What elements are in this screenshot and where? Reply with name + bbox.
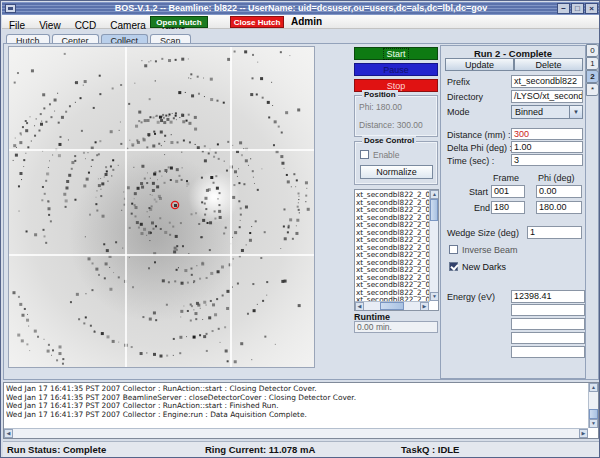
enable-label: Enable bbox=[373, 150, 399, 160]
start-row-label: Start bbox=[469, 186, 488, 198]
run-number-tab[interactable]: 0 bbox=[586, 44, 599, 57]
update-button[interactable]: Update bbox=[445, 58, 514, 71]
energy-label: Energy (eV) bbox=[447, 291, 495, 303]
close-button-icon[interactable]: × bbox=[585, 3, 598, 14]
time-label: Time (sec) : bbox=[447, 155, 494, 167]
end-row-label: End bbox=[474, 202, 490, 214]
energy-extra-field[interactable] bbox=[511, 304, 585, 316]
inverse-beam-checkbox[interactable] bbox=[449, 245, 458, 254]
scroll-down-icon[interactable]: ▼ bbox=[589, 419, 598, 428]
window-controls: − □ × bbox=[557, 3, 598, 14]
maximize-button-icon[interactable]: □ bbox=[571, 3, 584, 14]
enable-checkbox[interactable] bbox=[360, 150, 369, 159]
directory-label: Directory bbox=[447, 91, 483, 103]
energy-field[interactable]: 12398.41 bbox=[511, 290, 585, 303]
run-number-tab[interactable]: * bbox=[586, 83, 599, 96]
time-field[interactable]: 3 bbox=[511, 154, 583, 166]
log-line: Wed Jan 17 16:41:37 PST 2007 Collector :… bbox=[6, 411, 586, 420]
dose-control-group: Dose Control Enable Normalize bbox=[354, 141, 438, 185]
log-lines: Wed Jan 17 16:41:35 PST 2007 Collector :… bbox=[6, 385, 586, 427]
pause-button[interactable]: Pause bbox=[354, 63, 438, 76]
prefix-label: Prefix bbox=[447, 76, 470, 88]
main-tab-bar: HutchCenterCollectScan bbox=[2, 29, 600, 43]
distance-field[interactable]: 300 bbox=[511, 128, 583, 140]
status-bar: Run Status: Complete Ring Current: 11.07… bbox=[3, 441, 599, 457]
directory-field[interactable]: /LYSO/xt_secondbl bbox=[511, 90, 583, 103]
diffraction-image[interactable] bbox=[9, 47, 314, 367]
delete-button[interactable]: Delete bbox=[514, 58, 583, 71]
application-window: BOS-V.1.2 -- Beamline: bl822 -- UserName… bbox=[0, 0, 600, 458]
open-hutch-button[interactable]: Open Hutch bbox=[150, 16, 208, 28]
scrollbar-track bbox=[404, 302, 420, 310]
scroll-left-icon[interactable]: ◀ bbox=[355, 302, 364, 311]
title-bar[interactable]: BOS-V.1.2 -- Beamline: bl822 -- UserName… bbox=[2, 2, 600, 15]
taskq-text: TaskQ : IDLE bbox=[401, 442, 459, 457]
window-icon bbox=[5, 4, 16, 13]
ring-current-text: Ring Current: 11.078 mA bbox=[205, 442, 315, 457]
new-darks-checkbox[interactable] bbox=[449, 262, 458, 271]
run-number-tab[interactable]: 2 bbox=[586, 70, 599, 83]
scroll-right-icon[interactable]: ▶ bbox=[579, 429, 588, 438]
end-frame-field[interactable]: 180 bbox=[491, 201, 525, 214]
prefix-field[interactable]: xt_secondbl822 bbox=[511, 75, 583, 88]
distance-readout: Distance: 300.00 bbox=[359, 120, 423, 130]
start-frame-field[interactable]: 001 bbox=[491, 185, 525, 198]
frame-column-header: Frame bbox=[493, 172, 519, 184]
log-horizontal-scrollbar[interactable]: ◀ ▶ bbox=[4, 428, 588, 438]
normalize-button[interactable]: Normalize bbox=[360, 165, 433, 179]
new-darks-label: New Darks bbox=[462, 262, 506, 272]
start-button[interactable]: Start bbox=[354, 47, 438, 60]
scrollbar-track bbox=[430, 221, 438, 292]
dose-control-group-title: Dose Control bbox=[362, 136, 416, 145]
scrollbar-thumb[interactable] bbox=[589, 409, 598, 419]
scrollbar-track bbox=[13, 429, 579, 438]
scroll-down-icon[interactable]: ▼ bbox=[430, 292, 439, 301]
scroll-left-icon[interactable]: ◀ bbox=[4, 429, 13, 438]
scrollbar-track bbox=[364, 302, 380, 310]
scrollbar-track bbox=[589, 392, 598, 409]
admin-menu[interactable]: Admin bbox=[291, 15, 322, 29]
energy-extra-field[interactable] bbox=[511, 332, 585, 344]
frame-file-list[interactable]: xt_secondbl822_2_0xt_secondbl822_2_0xt_s… bbox=[354, 189, 439, 311]
run-settings-panel: Run 2 - Complete Update Delete Prefix xt… bbox=[440, 45, 586, 379]
mode-label: Mode bbox=[447, 106, 470, 118]
energy-extra-field[interactable] bbox=[511, 346, 585, 358]
runtime-value-field: 0.00 min. bbox=[354, 321, 438, 333]
log-pane[interactable]: Wed Jan 17 16:41:35 PST 2007 Collector :… bbox=[3, 382, 599, 439]
scroll-up-icon[interactable]: ▲ bbox=[589, 383, 598, 392]
position-group: Position Phi: 180.00 Distance: 300.00 bbox=[354, 95, 438, 137]
delta-phi-field[interactable]: 1.00 bbox=[511, 141, 583, 153]
new-darks-row: New Darks bbox=[449, 262, 506, 272]
dose-enable-row: Enable bbox=[360, 150, 399, 160]
delta-phi-label: Delta Phi (deg) : bbox=[447, 142, 512, 154]
frame-file-rows: xt_secondbl822_2_0xt_secondbl822_2_0xt_s… bbox=[356, 191, 430, 302]
scroll-up-icon[interactable]: ▲ bbox=[430, 190, 439, 199]
start-phi-field[interactable]: 0.00 bbox=[536, 185, 582, 198]
file-list-vertical-scrollbar[interactable]: ▲ ▼ bbox=[429, 190, 438, 301]
scrollbar-thumb[interactable] bbox=[430, 199, 438, 221]
inverse-beam-row: Inverse Beam bbox=[449, 245, 518, 255]
end-phi-field[interactable]: 180.00 bbox=[536, 201, 582, 214]
inverse-beam-label: Inverse Beam bbox=[462, 245, 518, 255]
file-list-horizontal-scrollbar[interactable]: ◀ ▶ bbox=[355, 301, 429, 310]
window-title: BOS-V.1.2 -- Beamline: bl822 -- UserName… bbox=[115, 3, 488, 13]
wedge-size-field[interactable]: 1 bbox=[527, 226, 582, 239]
mode-selected-value: Binned bbox=[515, 107, 543, 117]
distance-label: Distance (mm) : bbox=[447, 129, 511, 141]
run-number-tab[interactable]: 1 bbox=[586, 57, 599, 70]
wedge-size-label: Wedge Size (deg) bbox=[447, 227, 519, 239]
phi-readout: Phi: 180.00 bbox=[359, 102, 402, 112]
detector-image-panel bbox=[8, 46, 315, 368]
log-vertical-scrollbar[interactable]: ▲ ▼ bbox=[588, 383, 598, 428]
scroll-right-icon[interactable]: ▶ bbox=[420, 302, 429, 311]
mode-dropdown[interactable]: Binned ▼ bbox=[511, 105, 583, 119]
chevron-down-icon[interactable]: ▼ bbox=[569, 106, 582, 118]
position-group-title: Position bbox=[362, 90, 398, 99]
energy-extra-field[interactable] bbox=[511, 318, 585, 330]
phi-column-header: Phi (deg) bbox=[538, 172, 575, 184]
run-status-text: Run Status: Complete bbox=[7, 442, 106, 457]
run-number-tabs: 012* bbox=[586, 44, 600, 96]
close-hutch-button[interactable]: Close Hutch bbox=[230, 16, 284, 28]
minimize-button-icon[interactable]: − bbox=[557, 3, 570, 14]
scrollbar-thumb[interactable] bbox=[380, 302, 404, 310]
